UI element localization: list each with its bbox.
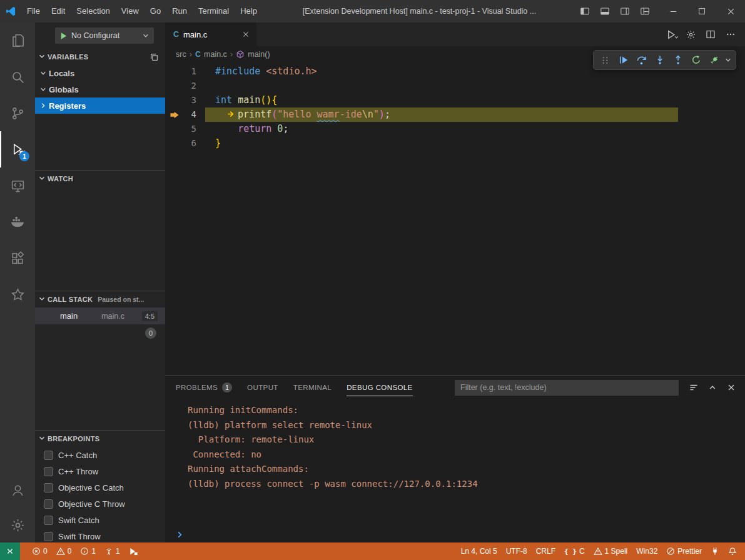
menu-help[interactable]: Help <box>235 4 263 19</box>
activity-remote-explorer[interactable] <box>0 168 35 204</box>
breakpoint-checkbox[interactable] <box>44 483 53 492</box>
activity-source-control[interactable] <box>0 95 35 131</box>
variables-item-registers[interactable]: Registers <box>35 98 165 114</box>
breakpoint-checkbox[interactable] <box>44 451 53 460</box>
toggle-sidebar-icon[interactable] <box>576 3 594 19</box>
start-debugging-icon[interactable] <box>59 31 68 41</box>
activity-search[interactable] <box>0 59 35 95</box>
activity-explorer[interactable] <box>0 22 35 59</box>
language-mode[interactable]: { }C <box>560 542 589 560</box>
maximize-button[interactable] <box>687 0 716 22</box>
breakpoint-item[interactable]: Objective C Catch <box>35 479 165 496</box>
breakpoint-item[interactable]: Swift Throw <box>35 528 165 542</box>
breakpoint-checkbox[interactable] <box>44 516 53 525</box>
panel-filter-icon[interactable] <box>689 382 699 392</box>
watch-section-header[interactable]: WATCH <box>35 171 165 187</box>
close-tab-icon[interactable] <box>241 30 250 39</box>
braces-icon: { } <box>564 548 577 556</box>
breakpoint-checkbox[interactable] <box>44 467 53 476</box>
tab-main-c[interactable]: C main.c <box>165 22 256 46</box>
maximize-panel-icon[interactable] <box>707 382 717 392</box>
eol-indicator[interactable]: CRLF <box>532 542 560 560</box>
debug-config-dropdown[interactable]: No Configurat <box>55 28 154 44</box>
ports-forwarded[interactable]: 1 <box>100 542 124 560</box>
breakpoint-item[interactable]: Objective C Throw <box>35 496 165 512</box>
minimize-button[interactable] <box>659 0 687 22</box>
breakpoint-item[interactable]: Swift Catch <box>35 512 165 528</box>
cursor-position[interactable]: Ln 4, Col 5 <box>457 542 502 560</box>
activity-bar: 1 <box>0 22 35 542</box>
menu-view[interactable]: View <box>116 4 144 19</box>
chevron-down-icon <box>37 294 47 306</box>
prettier-status[interactable]: Prettier <box>662 542 706 560</box>
panel-tab-problems[interactable]: PROBLEMS1 <box>176 376 232 399</box>
panel-tab-terminal[interactable]: TERMINAL <box>293 376 332 399</box>
panel-tab-debug-console[interactable]: DEBUG CONSOLE <box>347 376 413 399</box>
chevron-down-icon[interactable] <box>724 56 732 64</box>
encoding-indicator[interactable]: UTF-8 <box>502 542 532 560</box>
panel-tab-bar: PROBLEMS1OUTPUTTERMINALDEBUG CONSOLE <box>176 376 428 399</box>
breakpoint-item[interactable]: C++ Catch <box>35 447 165 463</box>
toggle-panel-icon[interactable] <box>596 3 614 19</box>
spell-checker-status[interactable]: 1 Spell <box>589 542 632 560</box>
variables-item-locals[interactable]: Locals <box>35 65 165 81</box>
step-into-button[interactable] <box>651 52 668 69</box>
variables-item-globals[interactable]: Globals <box>35 81 165 98</box>
activity-run-and-debug[interactable]: 1 <box>0 131 35 168</box>
close-button[interactable] <box>716 0 745 22</box>
window-controls <box>659 0 745 22</box>
plug-status[interactable] <box>706 542 724 560</box>
activity-settings[interactable] <box>0 508 35 542</box>
code-editor[interactable]: 1#include <stdio.h>23int main(){4 printf… <box>165 62 745 375</box>
step-over-button[interactable] <box>633 52 650 69</box>
notifications-bell[interactable] <box>724 542 741 560</box>
continue-button[interactable] <box>615 52 632 69</box>
remote-indicator[interactable] <box>0 542 20 560</box>
activity-extensions[interactable] <box>0 240 35 276</box>
close-panel-icon[interactable] <box>726 382 736 392</box>
breadcrumb-item[interactable]: main() <box>236 50 270 59</box>
call-stack-frame[interactable]: mainmain.c4:5 <box>35 308 165 324</box>
customize-layout-icon[interactable] <box>636 3 654 19</box>
menu-go[interactable]: Go <box>144 4 166 19</box>
split-editor-icon[interactable] <box>702 26 719 42</box>
step-out-button[interactable] <box>669 52 686 69</box>
problems-errors[interactable]: 0 <box>28 542 52 560</box>
breadcrumb-item[interactable]: src <box>176 50 186 59</box>
watch-empty-body <box>35 187 165 291</box>
menu-file[interactable]: File <box>21 4 46 19</box>
panel-tab-output[interactable]: OUTPUT <box>247 376 278 399</box>
menu-selection[interactable]: Selection <box>71 4 115 19</box>
variables-section-header[interactable]: VARIABLES <box>35 49 165 65</box>
menu-terminal[interactable]: Terminal <box>193 4 235 19</box>
breakpoint-checkbox[interactable] <box>44 499 53 509</box>
toggle-secondary-sidebar-icon[interactable] <box>616 3 634 19</box>
breakpoints-section-header[interactable]: BREAKPOINTS <box>35 431 165 447</box>
frame-function: main <box>60 311 78 321</box>
menu-run[interactable]: Run <box>166 4 193 19</box>
console-filter-input[interactable] <box>455 380 679 396</box>
breadcrumb-item[interactable]: Cmain.c <box>195 50 227 59</box>
problems-info[interactable]: 1 <box>76 542 100 560</box>
menu-edit[interactable]: Edit <box>46 4 71 19</box>
call-stack-section-header[interactable]: CALL STACK Paused on st... <box>35 291 165 308</box>
disconnect-button[interactable] <box>706 52 722 69</box>
c-file-icon: C <box>195 50 201 59</box>
debug-console-input[interactable] <box>165 526 745 542</box>
debug-status[interactable] <box>124 542 143 560</box>
restart-button[interactable] <box>687 52 704 69</box>
activity-docker[interactable] <box>0 204 35 240</box>
editor-tab-bar: C main.c <box>165 22 745 46</box>
problems-warnings[interactable]: 0 <box>52 542 76 560</box>
run-file-button[interactable] <box>662 26 679 42</box>
more-actions-icon[interactable] <box>722 26 739 42</box>
breakpoint-item[interactable]: C++ Throw <box>35 463 165 479</box>
breakpoint-checkbox[interactable] <box>44 532 53 541</box>
activity-favorites[interactable] <box>0 276 35 312</box>
copy-icon[interactable] <box>150 52 159 62</box>
debug-toolbar <box>593 50 736 70</box>
settings-gear-icon[interactable] <box>682 26 699 42</box>
platform-indicator[interactable]: Win32 <box>632 542 662 560</box>
activity-accounts[interactable] <box>0 472 35 508</box>
glyph-margin <box>165 79 184 93</box>
